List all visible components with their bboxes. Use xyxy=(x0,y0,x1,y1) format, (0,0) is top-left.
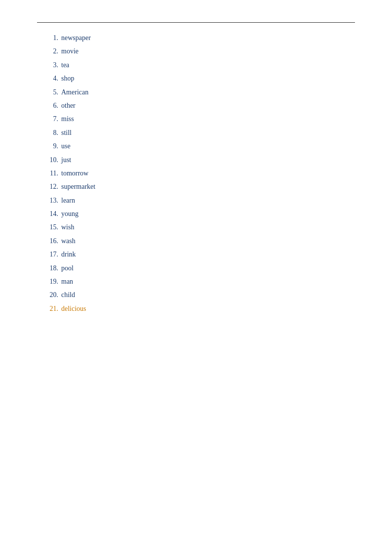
item-word: other xyxy=(61,100,76,111)
word-list: 1.newspaper2.movie3.tea4.shop5.American6… xyxy=(0,33,392,314)
item-word: man xyxy=(61,276,73,287)
item-word: tea xyxy=(61,60,69,71)
item-word: shop xyxy=(61,73,74,84)
item-word: wash xyxy=(61,236,76,247)
list-item: 10.just xyxy=(44,155,392,166)
item-word: use xyxy=(61,141,71,152)
list-item: 2.movie xyxy=(44,46,392,57)
item-word: still xyxy=(61,128,72,138)
item-number: 18. xyxy=(44,263,58,274)
item-number: 16. xyxy=(44,236,58,247)
item-word: American xyxy=(61,87,88,98)
item-word: wish xyxy=(61,222,74,233)
item-number: 6. xyxy=(44,100,58,111)
item-number: 11. xyxy=(44,168,58,179)
item-number: 10. xyxy=(44,155,58,166)
item-number: 17. xyxy=(44,249,58,260)
list-item: 8.still xyxy=(44,128,392,138)
list-item: 4.shop xyxy=(44,73,392,84)
list-item: 1.newspaper xyxy=(44,33,392,43)
item-number: 9. xyxy=(44,141,58,152)
item-word: miss xyxy=(61,114,74,125)
list-item: 19.man xyxy=(44,276,392,287)
list-item: 15.wish xyxy=(44,222,392,233)
list-item: 14.young xyxy=(44,209,392,219)
list-item: 6.other xyxy=(44,100,392,111)
item-number: 13. xyxy=(44,195,58,206)
item-number: 19. xyxy=(44,276,58,287)
item-number: 14. xyxy=(44,209,58,219)
list-item: 3.tea xyxy=(44,60,392,71)
list-item: 13.learn xyxy=(44,195,392,206)
item-word: delicious xyxy=(61,303,86,314)
item-number: 1. xyxy=(44,33,58,43)
item-word: just xyxy=(61,155,71,166)
list-item: 9.use xyxy=(44,141,392,152)
list-item: 20.child xyxy=(44,290,392,300)
item-number: 12. xyxy=(44,181,58,192)
item-word: newspaper xyxy=(61,33,91,43)
item-word: young xyxy=(61,209,78,219)
item-number: 2. xyxy=(44,46,58,57)
item-number: 4. xyxy=(44,73,58,84)
list-item: 21.delicious xyxy=(44,303,392,314)
top-divider xyxy=(37,22,355,23)
item-number: 8. xyxy=(44,128,58,138)
item-word: drink xyxy=(61,249,76,260)
list-item: 11.tomorrow xyxy=(44,168,392,179)
item-word: learn xyxy=(61,195,75,206)
item-number: 7. xyxy=(44,114,58,125)
item-number: 5. xyxy=(44,87,58,98)
list-item: 16.wash xyxy=(44,236,392,247)
list-item: 17.drink xyxy=(44,249,392,260)
list-item: 12.supermarket xyxy=(44,181,392,192)
item-word: pool xyxy=(61,263,74,274)
item-word: movie xyxy=(61,46,78,57)
list-item: 18.pool xyxy=(44,263,392,274)
item-word: child xyxy=(61,290,75,300)
item-word: tomorrow xyxy=(61,168,88,179)
item-number: 3. xyxy=(44,60,58,71)
list-item: 7.miss xyxy=(44,114,392,125)
item-number: 20. xyxy=(44,290,58,300)
item-word: supermarket xyxy=(61,181,95,192)
item-number: 15. xyxy=(44,222,58,233)
item-number: 21. xyxy=(44,303,58,314)
list-item: 5.American xyxy=(44,87,392,98)
